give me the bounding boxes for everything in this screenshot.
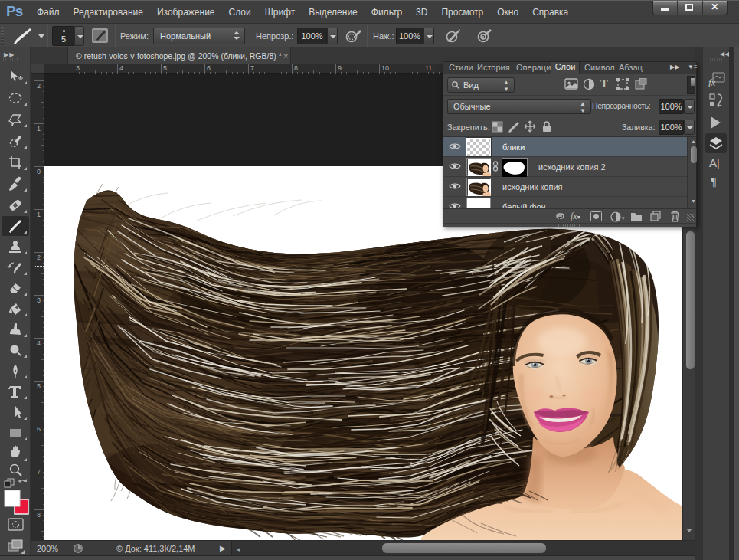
svg-text:fx: fx [708,77,716,87]
